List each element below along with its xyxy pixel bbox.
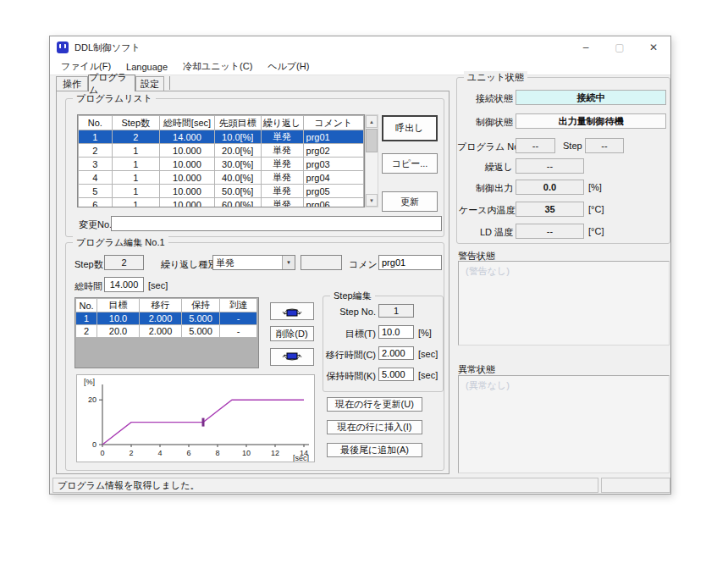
connection-status-value: 接続中: [516, 90, 666, 105]
table-cell[interactable]: 10.0: [97, 312, 140, 325]
error-status-label: 異常状態: [458, 363, 495, 376]
program-list-scrollbar[interactable]: ▲ ▼: [365, 114, 378, 207]
table-cell[interactable]: 60.0[%]: [214, 198, 261, 208]
case-temp-unit: [°C]: [588, 204, 604, 214]
repeat-type-dropdown[interactable]: 単発 ▼: [212, 255, 295, 270]
column-header: 総時間[sec]: [160, 116, 215, 130]
table-cell[interactable]: prg02: [303, 144, 363, 158]
table-cell[interactable]: 1: [112, 185, 160, 198]
title-bar: DDL制御ソフト – ▢ ✕: [50, 36, 670, 58]
chevron-down-icon[interactable]: ▼: [282, 256, 295, 269]
table-cell[interactable]: 2: [112, 130, 160, 144]
table-cell[interactable]: prg06: [303, 198, 363, 208]
tab-operation[interactable]: 操作: [56, 76, 88, 91]
table-cell[interactable]: 1: [112, 144, 160, 158]
column-header: No.: [76, 299, 97, 312]
delete-row-button[interactable]: 削除(D): [270, 326, 314, 341]
table-cell[interactable]: 1: [76, 312, 97, 325]
column-header: No.: [79, 116, 113, 130]
hold-time-input[interactable]: [378, 368, 414, 381]
table-cell[interactable]: 50.0[%]: [214, 185, 261, 198]
step-edit-group: Step編集 Step No. 1 目標(T) [%] 移行時間(C) [sec…: [323, 296, 444, 392]
table-row[interactable]: 220.02.0005.000-: [76, 325, 257, 338]
tab-settings[interactable]: 設定: [135, 76, 164, 91]
table-cell[interactable]: 40.0[%]: [214, 171, 261, 185]
table-cell[interactable]: prg04: [303, 171, 363, 185]
table-cell[interactable]: 2.000: [140, 312, 182, 325]
tab-strip-divider: [169, 76, 170, 90]
insert-at-current-row-button[interactable]: 現在の行に挿入(I): [327, 420, 422, 434]
table-cell[interactable]: 単発: [261, 158, 303, 171]
svg-text:[sec]: [sec]: [293, 454, 309, 462]
table-cell[interactable]: 5.000: [182, 312, 220, 325]
table-cell[interactable]: 2: [76, 325, 97, 338]
ld-temp-label: LD 温度: [459, 226, 513, 239]
change-no-input[interactable]: [111, 216, 442, 231]
table-cell[interactable]: 30.0[%]: [214, 158, 261, 171]
column-header: 繰り返し: [261, 116, 303, 130]
warning-status-box: (警告なし): [458, 261, 670, 346]
call-button[interactable]: 呼出し: [382, 115, 438, 141]
table-cell[interactable]: 14.000: [160, 130, 215, 144]
table-cell[interactable]: 5.000: [182, 325, 220, 338]
table-cell[interactable]: 2.000: [140, 325, 182, 338]
comment-input[interactable]: [378, 255, 442, 270]
table-cell[interactable]: 2: [79, 144, 113, 158]
table-cell[interactable]: 単発: [261, 144, 303, 158]
table-cell[interactable]: 10.000: [160, 171, 215, 185]
close-button[interactable]: ✕: [637, 36, 670, 58]
target-input[interactable]: [378, 325, 414, 339]
table-cell[interactable]: 20.0[%]: [214, 144, 261, 158]
table-cell[interactable]: 10.000: [160, 144, 215, 158]
menu-cooling-unit[interactable]: 冷却ユニット(C): [175, 60, 260, 73]
step-table[interactable]: No.目標移行保持到達110.02.0005.000-220.02.0005.0…: [75, 298, 257, 338]
table-row[interactable]: 5110.00050.0[%]単発prg05: [79, 185, 364, 198]
tab-program[interactable]: プログラム: [88, 75, 135, 91]
table-cell[interactable]: 単発: [261, 198, 303, 208]
change-no-label: 変更No.: [79, 218, 112, 231]
table-cell[interactable]: 10.000: [160, 198, 215, 208]
table-cell[interactable]: 1: [79, 130, 113, 144]
column-header: 保持: [182, 299, 220, 312]
table-cell[interactable]: -: [220, 325, 257, 338]
table-cell[interactable]: 1: [112, 171, 160, 185]
table-cell[interactable]: 6: [79, 198, 113, 208]
transition-time-input[interactable]: [378, 346, 414, 360]
move-row-up-button[interactable]: [270, 302, 314, 320]
table-cell[interactable]: -: [220, 312, 257, 325]
table-row[interactable]: 3110.00030.0[%]単発prg03: [79, 158, 364, 171]
table-cell[interactable]: 10.000: [160, 158, 215, 171]
table-cell[interactable]: 単発: [261, 130, 303, 144]
table-row[interactable]: 1214.00010.0[%]単発prg01: [79, 130, 364, 144]
table-row[interactable]: 2110.00020.0[%]単発prg02: [79, 144, 364, 158]
table-cell[interactable]: prg01: [303, 130, 363, 144]
update-current-row-button[interactable]: 現在の行を更新(U): [327, 397, 422, 412]
table-row[interactable]: 4110.00040.0[%]単発prg04: [79, 171, 364, 185]
table-cell[interactable]: prg05: [303, 185, 363, 198]
table-cell[interactable]: 単発: [261, 171, 303, 185]
table-cell[interactable]: 10.0[%]: [214, 130, 261, 144]
minimize-button[interactable]: –: [569, 36, 603, 58]
move-row-down-button[interactable]: [270, 348, 314, 366]
table-cell[interactable]: 5: [79, 185, 113, 198]
table-cell[interactable]: 単発: [261, 185, 303, 198]
scroll-up-icon[interactable]: ▲: [366, 115, 378, 128]
copy-button[interactable]: コピー...: [382, 153, 438, 174]
update-button[interactable]: 更新: [382, 191, 438, 212]
program-list-table[interactable]: No.Step数総時間[sec]先頭目標繰り返しコメント1214.00010.0…: [78, 115, 364, 207]
append-to-end-button[interactable]: 最後尾に追加(A): [327, 443, 422, 457]
scroll-down-icon[interactable]: ▼: [366, 194, 378, 207]
svg-text:0: 0: [92, 440, 97, 449]
unit-status-group: ユニット状態 接続状態 接続中 制御状態 出力量制御待機 プログラム No. -…: [456, 77, 670, 244]
table-cell[interactable]: 20.0: [97, 325, 140, 338]
table-cell[interactable]: 1: [112, 198, 160, 208]
scrollbar-thumb[interactable]: [366, 129, 378, 152]
table-cell[interactable]: prg03: [303, 158, 363, 171]
table-cell[interactable]: 3: [79, 158, 113, 171]
table-row[interactable]: 6110.00060.0[%]単発prg06: [79, 198, 364, 208]
table-row[interactable]: 110.02.0005.000-: [76, 312, 257, 325]
table-cell[interactable]: 4: [79, 171, 113, 185]
table-cell[interactable]: 10.000: [160, 185, 215, 198]
table-cell[interactable]: 1: [112, 158, 160, 171]
menu-help[interactable]: ヘルプ(H): [260, 60, 317, 73]
